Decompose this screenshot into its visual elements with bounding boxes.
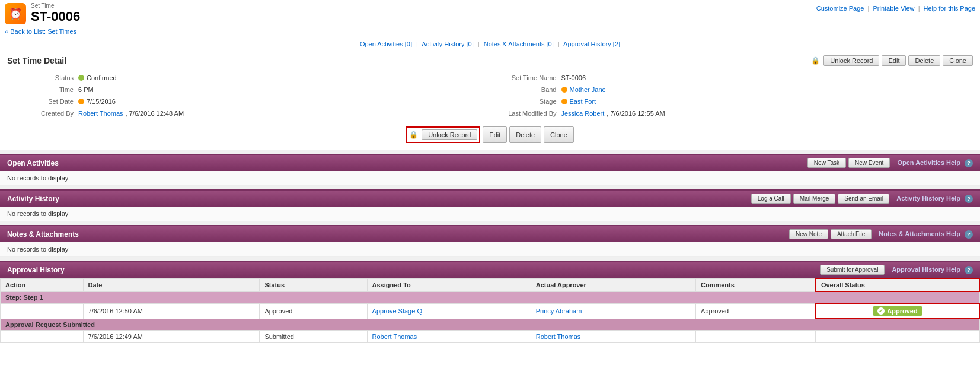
princy-abraham-link[interactable]: Princy Abraham [536,307,582,315]
notes-attachments-section: Notes & Attachments New Note Attach File… [0,225,980,257]
activity-history-no-records: No records to display [0,207,980,221]
approved-badge: ✓ Approved [873,306,922,316]
app-header: ⏰ Set Time ST-0006 [5,2,80,24]
stage-dot [561,99,567,104]
approval-table-header-row: Action Date Status Assigned To Actual Ap… [1,278,980,291]
new-event-button[interactable]: New Event [848,158,890,168]
row1-date: 7/6/2016 12:50 AM [83,303,260,319]
status-value: Confirmed [87,74,117,81]
row2-comments [695,331,815,343]
row2-action [1,331,84,343]
open-activities-section: Open Activities New Task New Event Open … [0,154,980,186]
check-circle-icon: ✓ [877,307,885,315]
detail-buttons-top: 🔒 Unlock Record Edit Delete Clone [811,55,973,66]
last-modified-link[interactable]: Jessica Robert [561,110,605,117]
col-date: Date [83,278,260,291]
row1-assigned-to: Approve Stage Q [367,303,531,319]
app-subtitle: Set Time [31,2,80,9]
col-status: Status [260,278,367,291]
row2-assigned-to: Robert Thomas [367,331,531,343]
row1-comments: Approved [695,303,815,319]
step-label: Step: Step 1 [1,291,980,303]
section-tabs: Open Activities [0] | Activity History [… [0,38,980,50]
approval-history-buttons: Submit for Approval [820,265,885,275]
set-time-name-value: ST-0006 [561,74,586,81]
row1-actual-approver: Princy Abraham [531,303,695,319]
notes-attachments-help-link[interactable]: Notes & Attachments Help [879,230,960,237]
tab-approval-history[interactable]: Approval History [2] [563,40,620,47]
top-nav: ⏰ Set Time ST-0006 Customize Page | Prin… [0,0,980,26]
approval-request-label: Approval Request Submitted [1,319,980,331]
customize-page-link[interactable]: Customize Page [816,5,864,12]
set-date-dot [78,99,84,104]
notes-attachments-header: Notes & Attachments New Note Attach File… [0,225,980,242]
approval-history-help-link[interactable]: Approval History Help [892,266,960,273]
back-to-list-link[interactable]: « Back to List: Set Times [5,28,76,35]
mail-merge-button[interactable]: Mail Merge [793,194,835,204]
app-icon: ⏰ [5,3,26,24]
unlock-highlight-box: 🔒 Unlock Record [406,126,480,143]
band-dot [561,87,567,93]
help-link[interactable]: Help for this Page [924,5,975,12]
approval-history-title: Approval History [7,266,820,274]
back-link-container: « Back to List: Set Times [0,26,980,38]
approval-history-help-icon[interactable]: ? [965,266,973,274]
status-dot [78,75,84,81]
activity-history-help-icon[interactable]: ? [965,195,973,203]
send-email-button[interactable]: Send an Email [838,194,889,204]
app-name: ST-0006 [31,9,80,24]
approve-stage-q-link[interactable]: Approve Stage Q [372,307,422,315]
notes-attachments-buttons: New Note Attach File [789,229,872,239]
robert-thomas-approver-link[interactable]: Robert Thomas [536,333,581,340]
delete-button-top[interactable]: Delete [908,55,940,66]
clone-button-bottom[interactable]: Clone [544,126,574,143]
row2-date: 7/6/2016 12:49 AM [83,331,260,343]
open-activities-help-icon[interactable]: ? [965,159,973,167]
activity-history-help-link[interactable]: Activity History Help [896,195,960,202]
row1-status: Approved [260,303,367,319]
tab-notes-attachments[interactable]: Notes & Attachments [0] [484,40,554,47]
delete-button-bottom[interactable]: Delete [509,126,541,143]
set-date-value: 7/15/2016 [87,98,116,105]
stage-field: Stage East Fort [490,96,973,107]
detail-section: Set Time Detail 🔒 Unlock Record Edit Del… [0,50,980,150]
step-row-1: Step: Step 1 [1,291,980,303]
set-date-field: Set Date 7/15/2016 [7,96,490,107]
notes-attachments-no-records: No records to display [0,242,980,257]
attach-file-button[interactable]: Attach File [831,229,872,239]
approval-history-header: Approval History Submit for Approval App… [0,261,980,278]
detail-right-fields: Set Time Name ST-0006 Band Mother Jane S… [490,71,973,120]
row2-overall-status [816,331,979,343]
robert-thomas-assigned-link[interactable]: Robert Thomas [372,333,417,340]
edit-button-bottom[interactable]: Edit [483,126,507,143]
app-title: Set Time ST-0006 [31,2,80,24]
new-task-button[interactable]: New Task [807,158,846,168]
row1-overall-status: ✓ Approved [816,303,979,319]
col-assigned-to: Assigned To [367,278,531,291]
submit-for-approval-button[interactable]: Submit for Approval [820,265,885,275]
approved-label: Approved [887,307,917,315]
band-link[interactable]: Mother Jane [570,86,606,93]
notes-attachments-help-icon[interactable]: ? [965,230,973,239]
activity-history-header: Activity History Log a Call Mail Merge S… [0,189,980,207]
clone-button-top[interactable]: Clone [943,55,973,66]
detail-left-fields: Status Confirmed Time 6 PM Set Date 7/15… [7,71,490,120]
log-call-button[interactable]: Log a Call [751,194,791,204]
tab-activity-history[interactable]: Activity History [0] [422,40,473,47]
band-field: Band Mother Jane [490,84,973,96]
unlock-record-button-top[interactable]: Unlock Record [823,55,879,66]
stage-link[interactable]: East Fort [570,98,596,105]
unlock-record-button-bottom[interactable]: Unlock Record [422,129,477,140]
created-by-link[interactable]: Robert Thomas [78,110,123,117]
new-note-button[interactable]: New Note [789,229,828,239]
edit-button-top[interactable]: Edit [882,55,906,66]
time-value: 6 PM [78,86,94,93]
created-by-field: Created By Robert Thomas , 7/6/2016 12:4… [7,107,490,119]
last-modified-field: Last Modified By Jessica Robert , 7/6/20… [490,107,973,119]
tab-open-activities[interactable]: Open Activities [0] [360,40,412,47]
printable-view-link[interactable]: Printable View [873,5,914,12]
status-field: Status Confirmed [7,72,490,84]
detail-fields: Status Confirmed Time 6 PM Set Date 7/15… [7,71,973,120]
open-activities-help-link[interactable]: Open Activities Help [897,159,960,166]
row2-status: Submitted [260,331,367,343]
